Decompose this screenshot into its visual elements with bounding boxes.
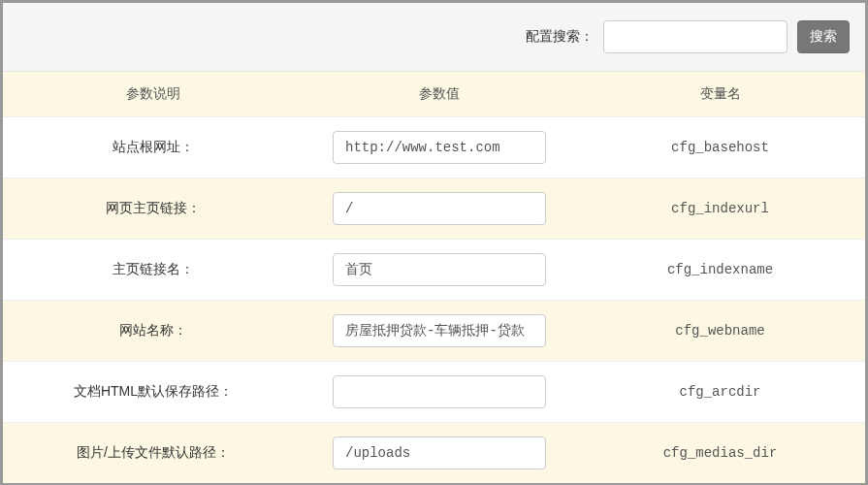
- search-button[interactable]: 搜索: [797, 20, 850, 53]
- param-var: cfg_indexname: [575, 240, 865, 301]
- param-var: cfg_indexurl: [575, 178, 865, 240]
- param-value-input[interactable]: [333, 253, 546, 286]
- param-desc: 图片/上传文件默认路径：: [3, 423, 304, 484]
- param-value-cell: [304, 301, 575, 362]
- param-value-cell: [304, 117, 575, 178]
- param-desc: 网页主页链接：: [3, 178, 304, 240]
- param-value-cell: [304, 178, 575, 240]
- param-desc: 网站名称：: [3, 301, 304, 362]
- param-value-input[interactable]: [333, 436, 546, 469]
- table-row: 图片/上传文件默认路径： cfg_medias_dir: [3, 423, 865, 484]
- param-value-input[interactable]: [333, 131, 546, 164]
- param-var: cfg_basehost: [575, 117, 865, 178]
- param-var: cfg_medias_dir: [575, 423, 865, 484]
- table-row: 站点根网址： cfg_basehost: [3, 117, 865, 178]
- param-value-cell: [304, 423, 575, 484]
- search-toolbar: 配置搜索： 搜索: [3, 3, 865, 72]
- search-label: 配置搜索：: [526, 28, 594, 46]
- param-desc: 文档HTML默认保存路径：: [3, 362, 304, 423]
- table-row: 网站名称： cfg_webname: [3, 301, 865, 362]
- param-value-cell: [304, 240, 575, 301]
- table-row: 文档HTML默认保存路径： cfg_arcdir: [3, 362, 865, 423]
- param-value-cell: [304, 362, 575, 423]
- param-value-input[interactable]: [333, 192, 546, 225]
- config-table: 参数说明 参数值 变量名 站点根网址： cfg_basehost 网页主页链接：…: [3, 72, 865, 483]
- param-desc: 站点根网址：: [3, 117, 304, 178]
- col-header-desc: 参数说明: [3, 72, 304, 117]
- param-desc: 主页链接名：: [3, 240, 304, 301]
- param-value-input[interactable]: [333, 314, 546, 347]
- param-var: cfg_webname: [575, 301, 865, 362]
- col-header-value: 参数值: [304, 72, 575, 117]
- table-row: 网页主页链接： cfg_indexurl: [3, 178, 865, 240]
- search-input[interactable]: [603, 20, 788, 53]
- config-panel: 配置搜索： 搜索 参数说明 参数值 变量名 站点根网址： cfg_basehos…: [3, 3, 865, 482]
- param-value-input[interactable]: [333, 375, 546, 408]
- table-row: 主页链接名： cfg_indexname: [3, 240, 865, 301]
- param-var: cfg_arcdir: [575, 362, 865, 423]
- col-header-var: 变量名: [575, 72, 865, 117]
- table-header-row: 参数说明 参数值 变量名: [3, 72, 865, 117]
